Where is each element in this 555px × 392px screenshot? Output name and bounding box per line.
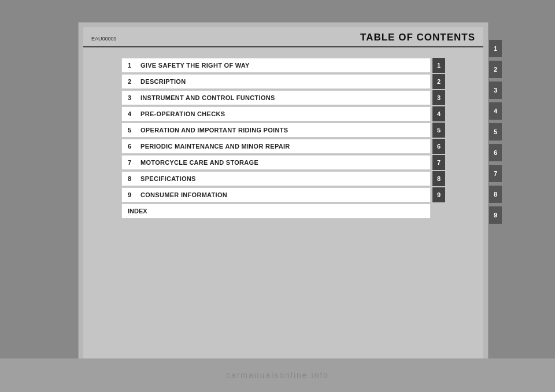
toc-row: 3INSTRUMENT AND CONTROL FUNCTIONS3 (121, 90, 445, 105)
page-title: TABLE OF CONTENTS (360, 32, 475, 43)
toc-row: 4PRE-OPERATION CHECKS4 (121, 106, 445, 121)
toc-row: 8SPECIFICATIONS8 (121, 171, 445, 186)
page-container: EAU00009 TABLE OF CONTENTS 1GIVE SAFETY … (78, 22, 489, 370)
tab-4[interactable]: 4 (489, 102, 502, 120)
tab-9[interactable]: 9 (489, 206, 502, 224)
toc-entry[interactable]: 4PRE-OPERATION CHECKS (121, 106, 431, 121)
index-row: INDEX (121, 204, 445, 219)
toc-row: 1GIVE SAFETY THE RIGHT OF WAY1 (121, 58, 445, 73)
entry-num-badge: 7 (432, 155, 445, 170)
toc-row: 9CONSUMER INFORMATION9 (121, 187, 445, 202)
entry-num-badge: 9 (432, 187, 445, 202)
tab-6[interactable]: 6 (489, 144, 502, 161)
tab-8[interactable]: 8 (489, 186, 502, 203)
tab-5[interactable]: 5 (489, 123, 502, 140)
entry-number: 6 (128, 143, 135, 150)
entry-number: 8 (128, 175, 135, 182)
entry-label: OPERATION AND IMPORTANT RIDING POINTS (140, 127, 288, 134)
entry-label: SPECIFICATIONS (140, 175, 196, 182)
tab-3[interactable]: 3 (489, 82, 502, 99)
entry-label: MOTORCYCLE CARE AND STORAGE (140, 159, 258, 166)
entry-num-badge: 8 (432, 171, 445, 186)
entry-number: 1 (128, 62, 135, 69)
page-background: EAU00009 TABLE OF CONTENTS 1GIVE SAFETY … (0, 0, 555, 392)
entry-number: 2 (128, 78, 135, 85)
toc-content: 1GIVE SAFETY THE RIGHT OF WAY12DESCRIPTI… (83, 47, 483, 225)
toc-entry[interactable]: 5OPERATION AND IMPORTANT RIDING POINTS (121, 123, 431, 138)
toc-entry[interactable]: 3INSTRUMENT AND CONTROL FUNCTIONS (121, 90, 431, 105)
entry-label: INSTRUMENT AND CONTROL FUNCTIONS (140, 94, 275, 101)
toc-wrapper: 1GIVE SAFETY THE RIGHT OF WAY12DESCRIPTI… (121, 58, 445, 219)
toc-entry[interactable]: 9CONSUMER INFORMATION (121, 187, 431, 202)
doc-code: EAU00009 (91, 36, 117, 42)
toc-row: 7MOTORCYCLE CARE AND STORAGE7 (121, 155, 445, 170)
entry-num-badge: 1 (432, 58, 445, 73)
index-entry[interactable]: INDEX (121, 204, 431, 219)
toc-entry[interactable]: 1GIVE SAFETY THE RIGHT OF WAY (121, 58, 431, 73)
entry-number: 4 (128, 110, 135, 117)
toc-row: 6PERIODIC MAINTENANCE AND MINOR REPAIR6 (121, 139, 445, 154)
entry-number: 3 (128, 94, 135, 101)
entry-num-badge: 5 (432, 123, 445, 138)
entry-label: DESCRIPTION (140, 78, 186, 85)
right-tabs: 123456789 (489, 40, 502, 226)
toc-entry[interactable]: 2DESCRIPTION (121, 74, 431, 89)
entry-number: 9 (128, 191, 135, 198)
entry-label: PRE-OPERATION CHECKS (140, 110, 225, 117)
watermark-bar: carmanualsonline.info (0, 358, 555, 392)
toc-entry[interactable]: 8SPECIFICATIONS (121, 171, 431, 186)
entry-number: 5 (128, 127, 135, 134)
tab-1[interactable]: 1 (489, 40, 502, 57)
toc-row: 2DESCRIPTION2 (121, 74, 445, 89)
tab-2[interactable]: 2 (489, 61, 502, 78)
toc-entry[interactable]: 7MOTORCYCLE CARE AND STORAGE (121, 155, 431, 170)
entry-label: GIVE SAFETY THE RIGHT OF WAY (140, 62, 250, 69)
entry-number: 7 (128, 159, 135, 166)
toc-entry[interactable]: 6PERIODIC MAINTENANCE AND MINOR REPAIR (121, 139, 431, 154)
entry-num-badge: 4 (432, 106, 445, 121)
toc-row: 5OPERATION AND IMPORTANT RIDING POINTS5 (121, 123, 445, 138)
watermark-text: carmanualsonline.info (226, 371, 329, 380)
tab-7[interactable]: 7 (489, 165, 502, 182)
entry-label: PERIODIC MAINTENANCE AND MINOR REPAIR (140, 143, 290, 150)
entry-label: CONSUMER INFORMATION (140, 191, 227, 198)
entry-num-badge: 2 (432, 74, 445, 89)
page-inner: EAU00009 TABLE OF CONTENTS 1GIVE SAFETY … (83, 27, 483, 365)
page-header: EAU00009 TABLE OF CONTENTS (83, 27, 483, 47)
entry-num-badge: 6 (432, 139, 445, 154)
entry-num-badge: 3 (432, 90, 445, 105)
